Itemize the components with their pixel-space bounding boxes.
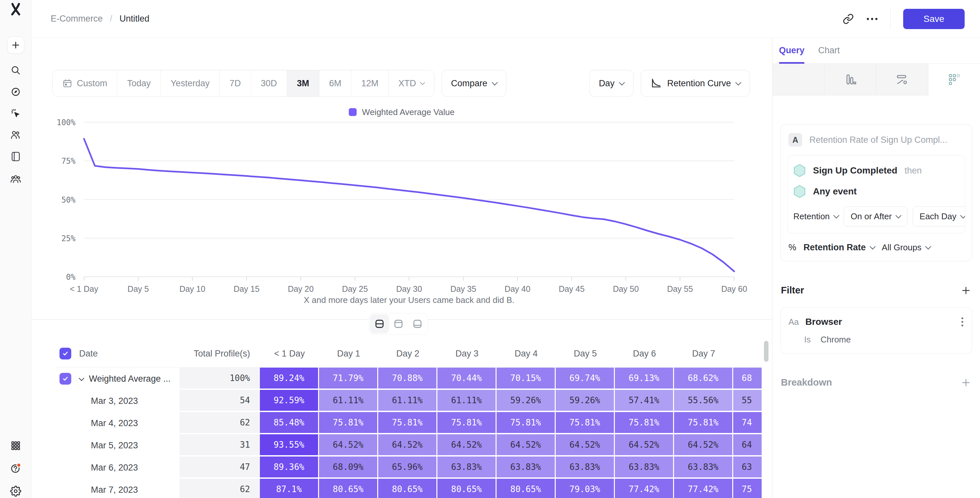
add-breakdown-button[interactable] — [961, 378, 971, 388]
add-filter-button[interactable] — [961, 286, 971, 295]
retention-cell: 64.52% — [556, 434, 615, 457]
compare-button[interactable]: Compare — [442, 70, 506, 97]
filter-field[interactable]: Browser — [805, 317, 842, 327]
chart-view-button[interactable] — [389, 314, 408, 333]
breadcrumb-page[interactable]: Untitled — [119, 14, 150, 24]
range-button-6m[interactable]: 6M — [319, 70, 352, 96]
svg-text:75%: 75% — [62, 156, 76, 165]
retention-cell-partial: 63 — [733, 457, 762, 479]
more-menu-icon[interactable] — [866, 18, 878, 21]
range-button-custom[interactable]: Custom — [52, 70, 117, 96]
flow-chart-type-button[interactable] — [877, 64, 928, 95]
library-icon[interactable] — [0, 147, 31, 166]
settings-gear-icon[interactable] — [0, 482, 31, 498]
retention-cell: 87.1% — [260, 479, 319, 498]
filter-operator[interactable]: Is — [804, 335, 811, 345]
retention-cell: 61.11% — [438, 390, 496, 412]
table-scrollbar[interactable] — [764, 341, 768, 362]
retention-cell-partial: 55 — [733, 390, 762, 412]
users-icon[interactable] — [0, 126, 31, 145]
filter-value[interactable]: Chrome — [821, 335, 851, 345]
audience-icon[interactable] — [0, 170, 31, 189]
day-column-header: Day 1 — [319, 340, 378, 367]
breakdown-title: Breakdown — [781, 377, 832, 388]
retention-cell: 59.26% — [496, 390, 556, 412]
retention-cell-partial: 74 — [733, 412, 762, 434]
retention-cell: 92.59% — [260, 390, 319, 412]
query-title[interactable]: Retention Rate of Sign Up Compl... — [809, 135, 947, 145]
breadcrumb-section[interactable]: E-Commerce — [51, 14, 103, 24]
svg-text:Day 25: Day 25 — [342, 284, 368, 293]
row-total-cell: 31 — [180, 434, 260, 457]
range-button-3m[interactable]: 3M — [287, 70, 319, 96]
retention-controls: Retention On or After Each Day — [793, 207, 959, 226]
retention-chart-type-button[interactable] — [928, 64, 980, 95]
retention-cell: 75.81% — [615, 412, 674, 434]
retention-curve-icon — [650, 78, 662, 89]
apps-grid-icon[interactable] — [0, 436, 31, 455]
interval-dropdown[interactable]: Each Day — [913, 207, 965, 226]
retention-cell: 63.83% — [556, 457, 615, 479]
row-label-cell: Mar 3, 2023 — [55, 390, 180, 412]
click-select-icon[interactable] — [0, 104, 31, 123]
range-button-30d[interactable]: 30D — [251, 70, 287, 96]
retention-cell: 89.36% — [260, 457, 319, 479]
svg-text:Day 5: Day 5 — [127, 284, 149, 293]
notification-dot — [17, 463, 21, 467]
save-button[interactable]: Save — [903, 9, 965, 29]
row-label-cell: Mar 7, 2023 — [55, 479, 180, 498]
retention-cell: 64.52% — [438, 434, 496, 457]
groups-dropdown[interactable]: All Groups — [882, 242, 930, 253]
new-report-button[interactable] — [7, 37, 24, 54]
retention-mode-dropdown[interactable]: Retention — [793, 212, 838, 221]
event-row-any-event[interactable]: Any event — [793, 181, 959, 202]
filter-card[interactable]: Aa Browser Is Chrome — [780, 307, 972, 353]
table-row: Mar 3, 20235492.59%61.11%61.11%61.11%59.… — [55, 390, 762, 412]
query-card: A Retention Rate of Sign Up Compl... Sig… — [780, 124, 972, 261]
compass-icon[interactable] — [0, 82, 31, 101]
filter-menu-icon[interactable] — [961, 316, 964, 328]
range-button-yesterday[interactable]: Yesterday — [161, 70, 220, 96]
retention-cell-partial: 64 — [733, 434, 762, 457]
select-all-checkbox[interactable] — [59, 348, 71, 360]
range-button-today[interactable]: Today — [117, 70, 161, 96]
retention-cell: 59.26% — [556, 390, 615, 412]
metric-dropdown[interactable]: Retention Rate — [803, 242, 875, 253]
retention-cell: 75.81% — [438, 412, 496, 434]
retention-cell: 64.52% — [674, 434, 733, 457]
search-icon[interactable] — [0, 61, 31, 80]
table-header-row: DateTotal Profile(s)< 1 DayDay 1Day 2Day… — [55, 340, 762, 368]
tab-chart[interactable]: Chart — [818, 38, 840, 64]
row-date-label: Mar 4, 2023 — [91, 418, 138, 428]
range-button-7d[interactable]: 7D — [220, 70, 251, 96]
window-dropdown[interactable]: On or After — [844, 207, 907, 226]
bar-chart-type-button[interactable] — [824, 64, 877, 95]
table-header-label-cell: Date — [55, 340, 180, 367]
table-view-button[interactable] — [408, 314, 427, 333]
row-total-cell: 47 — [180, 457, 260, 479]
svg-text:25%: 25% — [62, 234, 76, 243]
granularity-label: Day — [599, 78, 614, 89]
retention-cell: 80.65% — [378, 479, 438, 498]
range-button-12m[interactable]: 12M — [352, 70, 389, 96]
svg-text:Day 45: Day 45 — [558, 284, 584, 293]
range-button-xtd[interactable]: XTD — [389, 70, 434, 96]
retention-cell: 77.42% — [674, 479, 733, 498]
expand-chevron-icon[interactable] — [79, 375, 84, 381]
retention-cell: 57.41% — [615, 390, 674, 412]
event-row-sign-up[interactable]: Sign Up Completed then — [793, 160, 959, 181]
retention-cell: 65.96% — [378, 457, 438, 479]
granularity-dropdown[interactable]: Day — [589, 70, 633, 97]
share-link-icon[interactable] — [843, 13, 854, 24]
insights-chart-type-button[interactable] — [772, 64, 824, 95]
help-icon[interactable] — [0, 459, 31, 478]
retention-cell: 85.48% — [260, 412, 319, 434]
retention-cell: 80.65% — [319, 479, 378, 498]
tab-query[interactable]: Query — [779, 38, 805, 64]
day8-column-header — [733, 340, 762, 367]
row-checkbox[interactable] — [59, 373, 71, 385]
chart-type-dropdown[interactable]: Retention Curve — [641, 70, 750, 97]
split-view-button[interactable] — [370, 314, 389, 333]
series-badge: A — [788, 133, 802, 147]
retention-cell: 89.24% — [260, 368, 319, 390]
